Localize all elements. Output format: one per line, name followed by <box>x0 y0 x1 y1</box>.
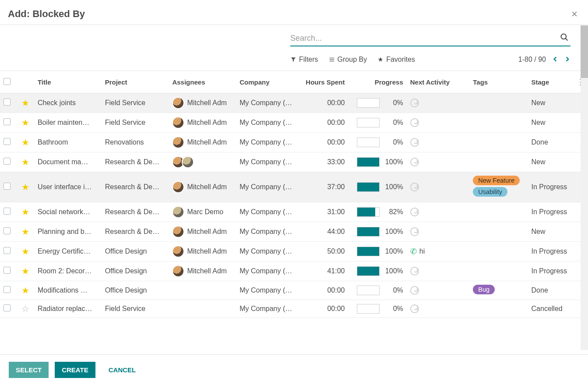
row-checkbox[interactable] <box>4 208 11 215</box>
filters-button[interactable]: Filters <box>290 56 318 64</box>
table-row[interactable]: ★Energy Certific…Office DesignMitchell A… <box>0 242 588 261</box>
progress-bar[interactable] <box>357 182 380 192</box>
row-checkbox[interactable] <box>4 138 11 145</box>
tag[interactable]: New Feature <box>473 176 520 185</box>
close-icon[interactable]: × <box>571 8 580 20</box>
select-button[interactable]: SELECT <box>9 362 49 378</box>
cell-activity[interactable] <box>407 113 470 133</box>
cell-assignees <box>169 281 236 300</box>
favorites-button[interactable]: Favorites <box>377 56 415 64</box>
favorite-star-icon[interactable]: ★ <box>21 182 29 192</box>
table-row[interactable]: ☆Radiator replac…Field ServiceMy Company… <box>0 300 588 318</box>
table-row[interactable]: ★Document ma…Research & De…My Company (…… <box>0 152 588 172</box>
cell-activity[interactable] <box>407 133 470 152</box>
avatar[interactable] <box>172 117 184 129</box>
table-row[interactable]: ★Check jointsField ServiceMitchell AdmMy… <box>0 93 588 113</box>
col-hours[interactable]: Hours Spent <box>299 71 349 93</box>
scrollbar-thumb[interactable] <box>581 25 588 78</box>
row-checkbox[interactable] <box>4 267 11 274</box>
cell-hours: 00:00 <box>299 113 349 133</box>
table-row[interactable]: ★Modifications …Office DesignMy Company … <box>0 281 588 300</box>
table-row[interactable]: ★BathroomRenovationsMitchell AdmMy Compa… <box>0 133 588 152</box>
progress-bar[interactable] <box>357 247 380 256</box>
row-checkbox[interactable] <box>4 183 11 190</box>
select-all-checkbox[interactable] <box>4 78 11 85</box>
table-row[interactable]: ★Planning and b…Research & De…Mitchell A… <box>0 222 588 242</box>
cell-activity[interactable] <box>407 300 470 318</box>
col-project[interactable]: Project <box>102 71 169 93</box>
cancel-button[interactable]: CANCEL <box>102 362 143 378</box>
cell-tags <box>469 93 528 113</box>
col-progress[interactable]: Progress <box>348 71 406 93</box>
progress-bar[interactable] <box>357 266 380 276</box>
cell-progress: 0% <box>348 281 406 300</box>
favorite-star-icon[interactable]: ★ <box>21 138 29 147</box>
progress-bar[interactable] <box>357 157 380 167</box>
avatar[interactable] <box>172 181 184 193</box>
favorite-star-icon[interactable]: ★ <box>21 247 29 256</box>
col-title[interactable]: Title <box>34 71 102 93</box>
progress-bar[interactable] <box>357 304 380 314</box>
cell-activity[interactable] <box>407 202 470 222</box>
row-checkbox[interactable] <box>4 118 11 125</box>
col-assignees[interactable]: Assignees <box>169 71 236 93</box>
progress-bar[interactable] <box>357 227 380 237</box>
pager-next-icon[interactable] <box>564 54 570 64</box>
cell-activity[interactable] <box>407 93 470 113</box>
table-row[interactable]: ★Social network…Research & De…Marc DemoM… <box>0 202 588 222</box>
favorite-star-icon[interactable]: ★ <box>21 207 29 217</box>
cell-project: Office Design <box>102 242 169 261</box>
col-tags[interactable]: Tags <box>469 71 528 93</box>
pager-count[interactable]: 1-80 / 90 <box>518 56 546 64</box>
row-checkbox[interactable] <box>4 304 11 311</box>
favorite-star-icon[interactable]: ☆ <box>21 304 29 314</box>
search-icon[interactable] <box>558 33 570 44</box>
favorite-star-icon[interactable]: ★ <box>21 266 29 276</box>
cell-activity[interactable]: ✆hi <box>407 242 470 261</box>
avatar[interactable] <box>172 206 184 218</box>
row-checkbox[interactable] <box>4 158 11 165</box>
avatar[interactable] <box>172 226 184 238</box>
search-input[interactable] <box>290 34 558 43</box>
avatar[interactable] <box>172 265 184 277</box>
progress-bar[interactable] <box>357 138 380 147</box>
col-company[interactable]: Company <box>236 71 299 93</box>
col-activity[interactable]: Next Activity <box>407 71 470 93</box>
avatar[interactable] <box>182 156 194 168</box>
tag[interactable]: Usability <box>473 187 507 197</box>
table-row[interactable]: ★User interface i…Research & De…Mitchell… <box>0 172 588 202</box>
row-checkbox[interactable] <box>4 227 11 234</box>
progress-bar[interactable] <box>357 98 380 108</box>
create-button[interactable]: CREATE <box>55 362 95 378</box>
cell-activity[interactable] <box>407 261 470 281</box>
tag[interactable]: Bug <box>473 285 495 294</box>
pager-prev-icon[interactable] <box>552 54 558 64</box>
cell-title: Boiler mainten… <box>34 113 102 133</box>
cell-activity[interactable] <box>407 222 470 242</box>
avatar[interactable] <box>172 136 184 148</box>
row-checkbox[interactable] <box>4 99 11 106</box>
favorite-star-icon[interactable]: ★ <box>21 286 29 295</box>
avatar[interactable] <box>172 245 184 258</box>
cell-project: Research & De… <box>102 152 169 172</box>
cell-activity[interactable] <box>407 281 470 300</box>
scrollbar-track[interactable] <box>581 25 588 350</box>
progress-bar[interactable] <box>357 118 380 127</box>
svg-rect-2 <box>329 57 334 58</box>
groupby-button[interactable]: Group By <box>329 56 367 64</box>
cell-activity[interactable] <box>407 152 470 172</box>
row-checkbox[interactable] <box>4 247 11 254</box>
favorite-star-icon[interactable]: ★ <box>21 98 29 108</box>
cell-activity[interactable] <box>407 172 470 202</box>
col-stage[interactable]: Stage <box>528 71 573 93</box>
favorite-star-icon[interactable]: ★ <box>21 227 29 237</box>
progress-bar[interactable] <box>357 207 380 217</box>
row-checkbox[interactable] <box>4 286 11 293</box>
avatar[interactable] <box>172 97 184 109</box>
progress-bar[interactable] <box>357 286 380 295</box>
favorite-star-icon[interactable]: ★ <box>21 157 29 167</box>
table-row[interactable]: ★Room 2: Decor…Office DesignMitchell Adm… <box>0 261 588 281</box>
table-row[interactable]: ★Boiler mainten…Field ServiceMitchell Ad… <box>0 113 588 133</box>
clock-icon <box>410 158 419 166</box>
favorite-star-icon[interactable]: ★ <box>21 118 29 127</box>
